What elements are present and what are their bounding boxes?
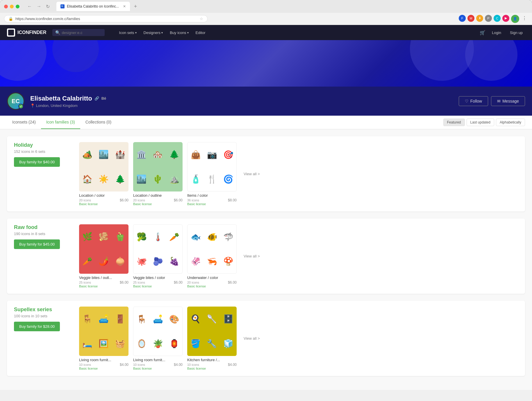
- heart-icon: ♡: [465, 99, 469, 103]
- forward-button[interactable]: →: [35, 3, 43, 10]
- set-card-supellex-license-0: Basic license: [79, 367, 128, 370]
- sort-lastupdated-button[interactable]: Last updated: [467, 119, 494, 126]
- menu-icon[interactable]: ⋮: [521, 15, 528, 22]
- hero-banner: [0, 40, 532, 87]
- family-sidebar-supellex: Supellex series 100 icons in 10 sets Buy…: [14, 307, 72, 370]
- back-button[interactable]: ←: [26, 3, 33, 10]
- set-card-supellex-2[interactable]: 🍳 🥄 🗄️ 🪣 🔧 🧊 Kitchen furniture /... 10 i…: [187, 307, 237, 370]
- view-all-rawfood-button[interactable]: View all >: [241, 253, 262, 259]
- app-header: ICONFINDER 🔍 Icon sets ▾ Designers ▾ Buy…: [0, 25, 532, 40]
- set-card-rawfood-count-0: 25 icons: [79, 281, 91, 284]
- icon-cell: 🦐: [204, 249, 220, 273]
- icon-cell: 🫚: [96, 224, 112, 249]
- message-button[interactable]: ✉ Message: [491, 96, 525, 106]
- set-card-price-row-2: 36 icons $8.00: [187, 198, 237, 202]
- set-card-1[interactable]: 🏛️ 🏘️ 🌲 🏙️ 🌵 ⛰️ Location / outline 20 ic…: [133, 142, 183, 206]
- icon-cell: 🐟: [188, 225, 204, 249]
- buy-family-holiday-button[interactable]: Buy family for $40.00: [14, 157, 60, 167]
- extension-icon-1[interactable]: F: [459, 15, 466, 22]
- chevron-down-icon: ▾: [161, 31, 163, 34]
- extension-icon-2[interactable]: M: [467, 15, 474, 22]
- family-sidebar-holiday: Holiday 152 icons in 6 sets Buy family f…: [14, 142, 72, 206]
- search-input[interactable]: [62, 31, 97, 35]
- buy-family-rawfood-button[interactable]: Buy family for $45.00: [14, 239, 60, 249]
- tab-close-button[interactable]: ✕: [123, 4, 126, 8]
- set-card-supellex-title-0: Living room furnit...: [79, 358, 128, 362]
- set-card-license-1: Basic license: [133, 202, 183, 206]
- nav-item-editor[interactable]: Editor: [193, 29, 208, 36]
- profile-link-icon[interactable]: 🔗: [94, 96, 99, 101]
- icon-cell: 🏕️: [79, 142, 96, 167]
- login-button[interactable]: Login: [490, 29, 504, 36]
- family-section-supellex: Supellex series 100 icons in 10 sets Buy…: [7, 301, 525, 376]
- set-card-supellex-info-1: Living room furnit... 10 icons $4.00 Bas…: [133, 358, 183, 370]
- behance-link[interactable]: Bē: [101, 96, 106, 101]
- url-text: https://www.iconfinder.com/e.c/families: [15, 17, 197, 21]
- extension-icon-4[interactable]: P: [485, 15, 492, 22]
- set-card-supellex-price-2: $4.00: [228, 363, 237, 367]
- view-all-holiday-button[interactable]: View all >: [241, 171, 262, 177]
- tab-icon-families[interactable]: Icon families (3): [41, 116, 80, 129]
- tab-favicon: 🔍: [60, 4, 65, 8]
- star-icon[interactable]: ☆: [200, 17, 203, 21]
- icon-cell: 🥕: [166, 225, 182, 249]
- browser-window: ← → ↻ 🔍 Elisabetta Calabritto on Iconfin…: [0, 0, 532, 25]
- sort-featured-button[interactable]: Featured: [443, 119, 465, 126]
- close-button[interactable]: [4, 5, 8, 8]
- icon-cell: 📷: [204, 142, 220, 167]
- family-name-holiday: Holiday: [14, 142, 72, 148]
- set-card-0[interactable]: 🏕️ 🏙️ 🏰 🏠 ☀️ 🌲 Location / color 20 icons: [79, 142, 128, 206]
- logo[interactable]: ICONFINDER: [7, 28, 47, 37]
- icon-cell: 🪣: [187, 331, 204, 356]
- set-card-rawfood-price-row-0: 25 icons $6.00: [79, 280, 128, 284]
- set-card-supellex-count-1: 10 icons: [133, 363, 145, 366]
- set-card-rawfood-2[interactable]: 🐟 🐠 🦈 🦑 🦐 🍄 Underwater / color 20 icons: [187, 224, 237, 288]
- minimize-button[interactable]: [10, 5, 14, 8]
- nav-item-iconsets[interactable]: Icon sets ▾: [116, 29, 140, 36]
- signup-button[interactable]: Sign up: [508, 29, 525, 36]
- sort-alphabetically-button[interactable]: Alphabetically: [496, 119, 525, 126]
- maximize-button[interactable]: [16, 5, 19, 8]
- reload-button[interactable]: ↻: [44, 3, 51, 10]
- browser-tab[interactable]: 🔍 Elisabetta Calabritto on Iconfinc... ✕: [56, 2, 130, 11]
- set-card-supellex-1[interactable]: 🪑 🛋️ 🎨 🪞 🪴 🏮 Living room furnit... 10 ic…: [133, 307, 183, 370]
- family-meta-supellex: 100 icons in 10 sets: [14, 314, 72, 318]
- cart-icon[interactable]: 🛒: [480, 30, 485, 35]
- icon-cell: 🐙: [133, 249, 150, 273]
- extension-icon-3[interactable]: ⬇: [476, 15, 483, 22]
- app-container: ICONFINDER 🔍 Icon sets ▾ Designers ▾ Buy…: [0, 25, 532, 390]
- follow-button[interactable]: ♡ Follow: [459, 96, 488, 106]
- header-search[interactable]: 🔍: [52, 29, 105, 36]
- set-card-rawfood-0[interactable]: 🌿 🫚 🫑 🥕 🌶️ 🧅 Veggie bites / outl... 25 i…: [79, 224, 128, 288]
- icon-cell: 🧅: [112, 249, 128, 274]
- set-card-2[interactable]: 👜 📷 🎯 🧴 🍴 🌀 Items / color 36 icons $8: [187, 142, 237, 206]
- set-card-rawfood-1[interactable]: 🥦 🌡️ 🥕 🐙 🫐 🍇 Veggie bites / color 25 ico…: [133, 224, 183, 288]
- profile-info: Elisabetta Calabritto 🔗 Bē 📍 London, Uni…: [30, 95, 453, 108]
- new-tab-button[interactable]: +: [134, 3, 137, 10]
- address-bar[interactable]: 🔒 https://www.iconfinder.com/e.c/familie…: [4, 15, 208, 22]
- tab-collections[interactable]: Collections (0): [80, 116, 117, 129]
- profile-name: Elisabetta Calabritto 🔗 Bē: [30, 95, 453, 102]
- set-card-supellex-0[interactable]: 🪑 🛋️ 🚪 🛏️ 🖼️ 🧺 Living room furnit... 10 …: [79, 307, 128, 370]
- extension-icon-5[interactable]: C: [494, 15, 501, 22]
- hero-circle-3: [410, 40, 474, 81]
- user-avatar[interactable]: 👤: [511, 15, 519, 23]
- icon-cell: 🛏️: [79, 331, 96, 356]
- icon-cell: 🌡️: [150, 225, 166, 249]
- set-card-rawfood-count-2: 20 icons: [187, 281, 199, 284]
- tab-iconsets[interactable]: Iconsets (24): [7, 116, 41, 129]
- icon-cell: 🌲: [166, 142, 183, 167]
- set-card-supellex-info-2: Kitchen furniture /... 10 icons $4.00 Ba…: [187, 358, 237, 370]
- lock-icon: 🔒: [8, 17, 13, 21]
- icon-cell: 🐠: [204, 225, 220, 249]
- view-all-supellex-button[interactable]: View all >: [241, 335, 262, 342]
- icon-cell: 🏘️: [150, 142, 166, 167]
- chevron-down-icon: ▾: [135, 31, 137, 34]
- icon-cell: 🏰: [112, 142, 128, 167]
- buy-family-supellex-button[interactable]: Buy family for $28.00: [14, 322, 60, 331]
- nav-item-designers[interactable]: Designers ▾: [141, 29, 166, 36]
- set-card-supellex-price-0: $4.00: [120, 363, 128, 367]
- extension-icon-6[interactable]: ▶: [502, 15, 509, 22]
- nav-item-buy-icons[interactable]: Buy icons ▾: [167, 29, 191, 36]
- set-card-count-1: 20 icons: [133, 198, 145, 202]
